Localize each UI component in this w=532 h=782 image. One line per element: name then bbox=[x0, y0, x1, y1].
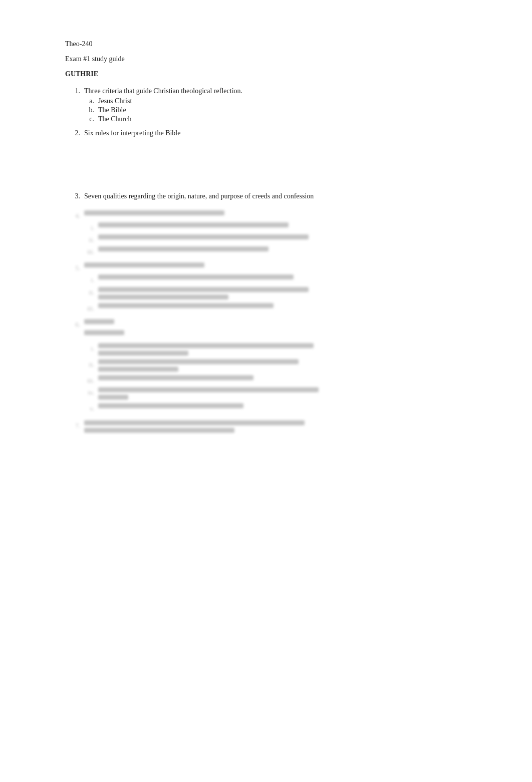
section-heading: GUTHRIE bbox=[65, 70, 482, 78]
blurred-content: 4. i. ii. iii. 5. bbox=[65, 210, 482, 435]
sub-list-1: a. Jesus Christ b. The Bible c. The Chur… bbox=[84, 97, 482, 123]
sub-item-1c: c. The Church bbox=[84, 115, 482, 123]
blurred-item-7: 7. bbox=[65, 420, 482, 435]
list-content-2: Six rules for interpreting the Bible bbox=[84, 129, 482, 137]
blurred-item-5: 5. i. ii. iii. bbox=[65, 263, 482, 314]
list-item-2: 2. Six rules for interpreting the Bible bbox=[65, 129, 482, 137]
list-text-3: Seven qualities regarding the origin, na… bbox=[84, 192, 314, 200]
main-list-2: 3. Seven qualities regarding the origin,… bbox=[65, 192, 482, 200]
sub-text-1a: Jesus Christ bbox=[98, 97, 132, 105]
list-item-3: 3. Seven qualities regarding the origin,… bbox=[65, 192, 482, 200]
sub-item-1a: a. Jesus Christ bbox=[84, 97, 482, 105]
page: Theo-240 Exam #1 study guide GUTHRIE 1. … bbox=[0, 0, 532, 782]
course-title: Theo-240 bbox=[65, 40, 482, 48]
list-number-3: 3. bbox=[65, 192, 84, 200]
exam-label: Exam #1 study guide bbox=[65, 55, 482, 63]
sub-letter-1a: a. bbox=[84, 97, 98, 105]
list-text-1: Three criteria that guide Christian theo… bbox=[84, 87, 242, 95]
blurred-item-4: 4. i. ii. iii. bbox=[65, 210, 482, 257]
list-content-3: Seven qualities regarding the origin, na… bbox=[84, 192, 482, 200]
sub-text-1b: The Bible bbox=[98, 106, 126, 114]
spacer-1 bbox=[65, 142, 482, 192]
list-content-1: Three criteria that guide Christian theo… bbox=[84, 87, 482, 124]
main-list: 1. Three criteria that guide Christian t… bbox=[65, 87, 482, 137]
list-number-1: 1. bbox=[65, 87, 84, 95]
sub-letter-1b: b. bbox=[84, 106, 98, 114]
sub-item-1b: b. The Bible bbox=[84, 106, 482, 114]
list-number-2: 2. bbox=[65, 129, 84, 137]
sub-letter-1c: c. bbox=[84, 115, 98, 123]
list-item-1: 1. Three criteria that guide Christian t… bbox=[65, 87, 482, 124]
sub-text-1c: The Church bbox=[98, 115, 131, 123]
list-text-2: Six rules for interpreting the Bible bbox=[84, 129, 180, 137]
blurred-item-6: 6. i. ii. bbox=[65, 319, 482, 414]
